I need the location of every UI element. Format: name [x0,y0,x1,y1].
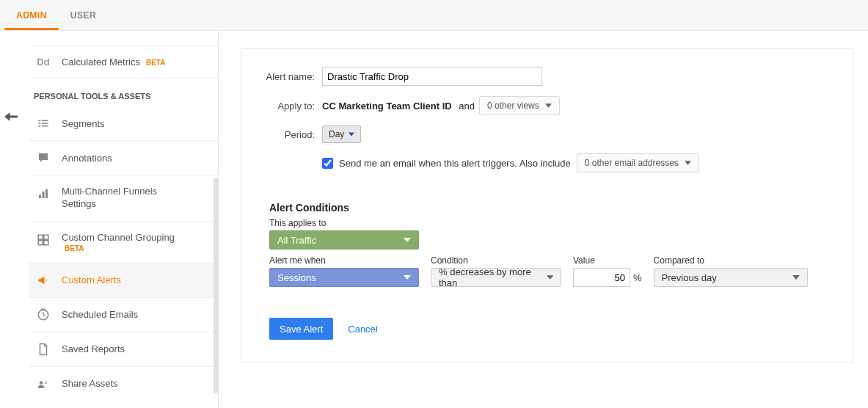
alert-form-panel: Alert name: Apply to: CC Marketing Team … [241,48,853,363]
back-column [0,31,22,408]
alert-name-input[interactable] [322,67,542,86]
content-panel-wrapper: Alert name: Apply to: CC Marketing Team … [219,31,868,408]
tab-user[interactable]: USER [59,1,108,29]
alert-conditions-header: Alert Conditions [269,202,835,214]
period-value: Day [329,129,344,139]
email-notify-label: Send me an email when this alert trigger… [339,158,571,169]
condition-value: % decreases by more than [439,266,547,288]
compared-to-label: Compared to [654,255,808,266]
back-icon[interactable] [3,109,19,125]
svg-point-1 [40,381,43,385]
apply-to-other-views-dropdown[interactable]: 0 other views [479,96,560,115]
compared-to-dropdown[interactable]: Previous day [654,268,808,287]
annotations-icon [34,151,53,164]
sidebar: Dd Calculated Metrics BETA PERSONAL TOOL… [29,31,219,408]
condition-dropdown[interactable]: % decreases by more than [431,268,561,287]
sidebar-item-share-assets[interactable]: Share Assets [29,367,218,401]
alert-name-label: Alert name: [259,71,315,82]
sidebar-item-label: Share Assets [62,378,118,389]
bar-chart-icon [34,186,53,200]
apply-to-other-text: 0 other views [487,101,539,111]
sidebar-item-segments[interactable]: Segments [29,106,218,141]
period-label: Period: [259,129,315,140]
apply-to-and: and [459,101,475,112]
sidebar-item-label: Custom Alerts [62,274,121,285]
condition-label: Condition [431,255,561,266]
sidebar-item-custom-channel-grouping[interactable]: Custom Channel Grouping BETA [29,222,218,263]
grouping-icon [34,232,53,247]
sidebar-item-scheduled-emails[interactable]: Scheduled Emails [29,298,218,332]
sidebar-item-custom-alerts[interactable]: Custom Alerts [29,263,218,298]
alert-metric-dropdown[interactable]: Sessions [269,268,419,287]
sidebar-item-label: Calculated Metrics [62,57,140,68]
cancel-link[interactable]: Cancel [348,324,377,335]
top-navbar: ADMIN USER [0,0,868,31]
value-input[interactable] [573,268,630,287]
form-actions: Save Alert Cancel [269,318,835,340]
apply-to-view: CC Marketing Team Client ID and [322,101,479,112]
alert-when-label: Alert me when [269,255,419,266]
email-notify-checkbox[interactable] [322,158,333,169]
applies-to-value: All Traffic [277,235,316,246]
period-dropdown[interactable]: Day [322,125,361,143]
conditions-row: Alert me when Sessions Condition % decre… [269,255,835,287]
main-area: Dd Calculated Metrics BETA PERSONAL TOOL… [0,31,868,408]
email-other-text: 0 other email addresses [585,158,679,168]
percent-symbol: % [633,272,642,283]
beta-badge: BETA [146,59,165,67]
calculated-metrics-icon: Dd [34,57,53,68]
sidebar-item-label: Segments [62,118,105,129]
value-label: Value [573,255,642,266]
sidebar-item-mcf-settings[interactable]: Multi-Channel Funnels Settings [29,175,218,222]
share-icon [34,377,53,390]
sidebar-item-annotations[interactable]: Annotations [29,141,218,175]
sidebar-item-label: Multi-Channel Funnels Settings [62,186,164,211]
row-period: Period: Day [259,125,835,143]
sidebar-item-label: Saved Reports [62,343,125,354]
sidebar-section-header: PERSONAL TOOLS & ASSETS [29,79,218,106]
tab-admin[interactable]: ADMIN [4,1,59,29]
document-icon [34,343,53,356]
beta-badge: BETA [65,244,175,252]
sidebar-item-label: Custom Channel Grouping [62,232,175,243]
row-apply-to: Apply to: CC Marketing Team Client ID an… [259,96,835,115]
row-email-notify: Send me an email when this alert trigger… [322,153,835,172]
megaphone-icon [34,274,53,287]
sidebar-item-label: Scheduled Emails [62,309,138,320]
applies-to-dropdown[interactable]: All Traffic [269,230,419,249]
apply-to-label: Apply to: [259,101,315,112]
applies-to-label: This applies to [269,218,835,228]
sidebar-item-saved-reports[interactable]: Saved Reports [29,332,218,367]
segments-icon [34,117,53,130]
save-alert-button[interactable]: Save Alert [269,318,333,340]
sidebar-item-calculated-metrics[interactable]: Dd Calculated Metrics BETA [29,45,218,79]
clock-icon [34,308,53,321]
compared-to-value: Previous day [662,272,717,283]
alert-metric-value: Sessions [277,272,316,283]
other-emails-dropdown[interactable]: 0 other email addresses [577,153,699,172]
row-alert-name: Alert name: [259,67,835,86]
sidebar-item-label: Annotations [62,153,112,164]
apply-to-view-name: CC Marketing Team Client ID [322,101,452,112]
